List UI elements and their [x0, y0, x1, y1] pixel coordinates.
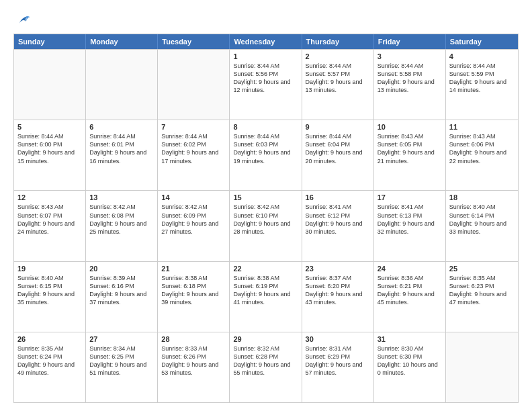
calendar-cell: 27Sunrise: 8:34 AM Sunset: 6:25 PM Dayli…: [86, 332, 158, 402]
cell-info: Sunrise: 8:44 AM Sunset: 6:03 PM Dayligh…: [233, 132, 298, 165]
calendar-cell: 2Sunrise: 8:44 AM Sunset: 5:57 PM Daylig…: [302, 50, 374, 120]
calendar-cell: [86, 50, 158, 120]
calendar-cell: 12Sunrise: 8:43 AM Sunset: 6:07 PM Dayli…: [14, 191, 86, 261]
cell-info: Sunrise: 8:31 AM Sunset: 6:29 PM Dayligh…: [306, 345, 370, 377]
cell-day-number: 27: [89, 335, 154, 343]
cell-day-number: 4: [449, 52, 515, 60]
cell-info: Sunrise: 8:32 AM Sunset: 6:28 PM Dayligh…: [233, 345, 298, 377]
cell-day-number: 16: [306, 193, 370, 201]
cell-day-number: 30: [306, 335, 370, 343]
cell-day-number: 9: [306, 123, 370, 131]
cell-day-number: 24: [378, 265, 442, 273]
cell-day-number: 26: [17, 335, 82, 343]
calendar-cell: [14, 50, 86, 120]
calendar-cell: 28Sunrise: 8:33 AM Sunset: 6:26 PM Dayli…: [158, 332, 230, 402]
cell-day-number: 17: [378, 193, 442, 201]
cell-day-number: 19: [17, 265, 82, 273]
cell-day-number: 8: [233, 123, 298, 131]
cell-day-number: 22: [233, 265, 298, 273]
calendar-header-monday: Monday: [86, 34, 158, 49]
cell-day-number: 18: [449, 193, 515, 201]
cell-day-number: 2: [306, 52, 370, 60]
calendar-cell: 6Sunrise: 8:44 AM Sunset: 6:01 PM Daylig…: [86, 120, 158, 190]
cell-day-number: 20: [89, 265, 154, 273]
calendar-cell: 31Sunrise: 8:30 AM Sunset: 6:30 PM Dayli…: [374, 332, 446, 402]
calendar-cell: 23Sunrise: 8:37 AM Sunset: 6:20 PM Dayli…: [302, 262, 374, 332]
cell-day-number: 13: [89, 193, 154, 201]
cell-info: Sunrise: 8:35 AM Sunset: 6:24 PM Dayligh…: [17, 345, 82, 377]
cell-info: Sunrise: 8:38 AM Sunset: 6:18 PM Dayligh…: [161, 274, 226, 307]
cell-day-number: 28: [161, 335, 226, 343]
calendar-row-3: 19Sunrise: 8:40 AM Sunset: 6:15 PM Dayli…: [14, 261, 518, 332]
calendar-cell: 29Sunrise: 8:32 AM Sunset: 6:28 PM Dayli…: [230, 332, 302, 402]
calendar-header-thursday: Thursday: [302, 34, 374, 49]
cell-info: Sunrise: 8:40 AM Sunset: 6:14 PM Dayligh…: [449, 203, 515, 236]
cell-day-number: 15: [233, 193, 298, 201]
cell-info: Sunrise: 8:44 AM Sunset: 6:00 PM Dayligh…: [17, 132, 82, 165]
cell-day-number: 21: [161, 265, 226, 273]
calendar-cell: 18Sunrise: 8:40 AM Sunset: 6:14 PM Dayli…: [446, 191, 518, 261]
cell-info: Sunrise: 8:44 AM Sunset: 5:57 PM Dayligh…: [306, 62, 370, 95]
cell-day-number: 3: [378, 52, 442, 60]
cell-info: Sunrise: 8:41 AM Sunset: 6:12 PM Dayligh…: [306, 203, 370, 236]
cell-info: Sunrise: 8:34 AM Sunset: 6:25 PM Dayligh…: [89, 345, 154, 377]
calendar-cell: 25Sunrise: 8:35 AM Sunset: 6:23 PM Dayli…: [446, 262, 518, 332]
cell-info: Sunrise: 8:43 AM Sunset: 6:07 PM Dayligh…: [17, 203, 82, 236]
calendar-cell: 17Sunrise: 8:41 AM Sunset: 6:13 PM Dayli…: [374, 191, 446, 261]
calendar-row-1: 5Sunrise: 8:44 AM Sunset: 6:00 PM Daylig…: [14, 120, 518, 190]
calendar-cell: 4Sunrise: 8:44 AM Sunset: 5:59 PM Daylig…: [446, 50, 518, 120]
cell-info: Sunrise: 8:33 AM Sunset: 6:26 PM Dayligh…: [161, 345, 226, 377]
calendar-cell: 13Sunrise: 8:42 AM Sunset: 6:08 PM Dayli…: [86, 191, 158, 261]
logo-bird-icon: [16, 13, 31, 28]
cell-info: Sunrise: 8:35 AM Sunset: 6:23 PM Dayligh…: [449, 274, 515, 307]
calendar: SundayMondayTuesdayWednesdayThursdayFrid…: [13, 34, 519, 403]
cell-info: Sunrise: 8:44 AM Sunset: 6:02 PM Dayligh…: [161, 132, 226, 165]
cell-info: Sunrise: 8:44 AM Sunset: 6:01 PM Dayligh…: [89, 132, 154, 165]
page: SundayMondayTuesdayWednesdayThursdayFrid…: [0, 0, 532, 411]
cell-day-number: 7: [161, 123, 226, 131]
cell-day-number: 29: [233, 335, 298, 343]
calendar-header-friday: Friday: [374, 34, 446, 49]
calendar-row-2: 12Sunrise: 8:43 AM Sunset: 6:07 PM Dayli…: [14, 190, 518, 261]
calendar-cell: 14Sunrise: 8:42 AM Sunset: 6:09 PM Dayli…: [158, 191, 230, 261]
logo: [13, 13, 31, 28]
calendar-header: SundayMondayTuesdayWednesdayThursdayFrid…: [14, 34, 518, 49]
cell-day-number: 6: [89, 123, 154, 131]
cell-day-number: 14: [161, 193, 226, 201]
calendar-cell: 9Sunrise: 8:44 AM Sunset: 6:04 PM Daylig…: [302, 120, 374, 190]
cell-info: Sunrise: 8:36 AM Sunset: 6:21 PM Dayligh…: [378, 274, 442, 307]
calendar-cell: 22Sunrise: 8:38 AM Sunset: 6:19 PM Dayli…: [230, 262, 302, 332]
cell-info: Sunrise: 8:43 AM Sunset: 6:05 PM Dayligh…: [378, 132, 442, 165]
calendar-cell: 8Sunrise: 8:44 AM Sunset: 6:03 PM Daylig…: [230, 120, 302, 190]
calendar-cell: 5Sunrise: 8:44 AM Sunset: 6:00 PM Daylig…: [14, 120, 86, 190]
calendar-cell: 1Sunrise: 8:44 AM Sunset: 5:56 PM Daylig…: [230, 50, 302, 120]
cell-info: Sunrise: 8:37 AM Sunset: 6:20 PM Dayligh…: [306, 274, 370, 307]
header: [13, 11, 519, 28]
calendar-cell: 10Sunrise: 8:43 AM Sunset: 6:05 PM Dayli…: [374, 120, 446, 190]
cell-day-number: 23: [306, 265, 370, 273]
cell-info: Sunrise: 8:44 AM Sunset: 6:04 PM Dayligh…: [306, 132, 370, 165]
calendar-cell: 7Sunrise: 8:44 AM Sunset: 6:02 PM Daylig…: [158, 120, 230, 190]
cell-info: Sunrise: 8:44 AM Sunset: 5:59 PM Dayligh…: [449, 62, 515, 95]
cell-info: Sunrise: 8:40 AM Sunset: 6:15 PM Dayligh…: [17, 274, 82, 307]
calendar-body: 1Sunrise: 8:44 AM Sunset: 5:56 PM Daylig…: [14, 49, 518, 402]
cell-day-number: 5: [17, 123, 82, 131]
calendar-header-saturday: Saturday: [446, 34, 518, 49]
cell-info: Sunrise: 8:42 AM Sunset: 6:10 PM Dayligh…: [233, 203, 298, 236]
cell-day-number: 10: [378, 123, 442, 131]
cell-day-number: 12: [17, 193, 82, 201]
calendar-row-4: 26Sunrise: 8:35 AM Sunset: 6:24 PM Dayli…: [14, 332, 518, 402]
cell-info: Sunrise: 8:44 AM Sunset: 5:56 PM Dayligh…: [233, 62, 298, 95]
cell-info: Sunrise: 8:42 AM Sunset: 6:09 PM Dayligh…: [161, 203, 226, 236]
calendar-cell: 11Sunrise: 8:43 AM Sunset: 6:06 PM Dayli…: [446, 120, 518, 190]
calendar-cell: [158, 50, 230, 120]
calendar-cell: 19Sunrise: 8:40 AM Sunset: 6:15 PM Dayli…: [14, 262, 86, 332]
calendar-cell: 3Sunrise: 8:44 AM Sunset: 5:58 PM Daylig…: [374, 50, 446, 120]
cell-info: Sunrise: 8:38 AM Sunset: 6:19 PM Dayligh…: [233, 274, 298, 307]
cell-info: Sunrise: 8:41 AM Sunset: 6:13 PM Dayligh…: [378, 203, 442, 236]
calendar-cell: [446, 332, 518, 402]
calendar-header-tuesday: Tuesday: [158, 34, 230, 49]
cell-info: Sunrise: 8:30 AM Sunset: 6:30 PM Dayligh…: [378, 345, 442, 377]
cell-info: Sunrise: 8:43 AM Sunset: 6:06 PM Dayligh…: [449, 132, 515, 165]
cell-day-number: 1: [233, 52, 298, 60]
